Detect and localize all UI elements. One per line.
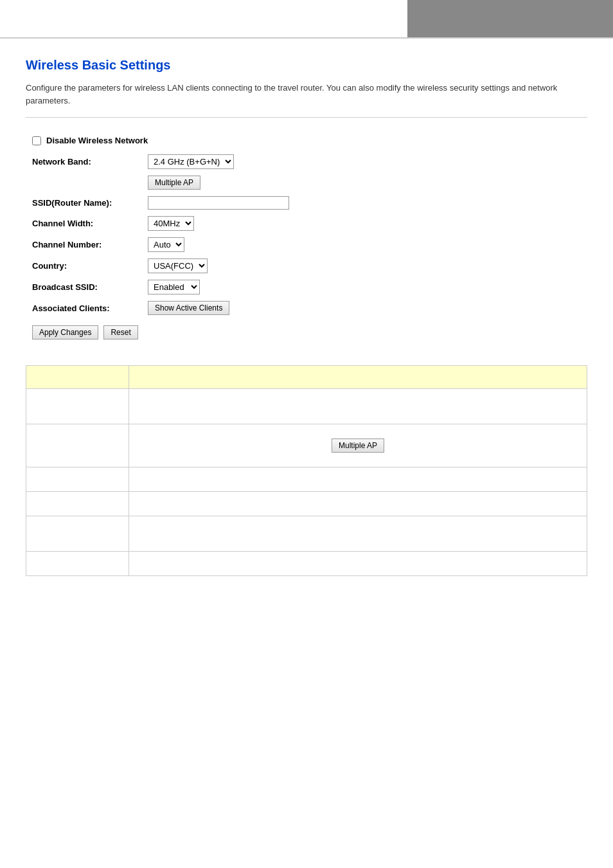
table-row (26, 492, 587, 516)
channel-width-select[interactable]: 40MHz 20MHz (148, 216, 194, 231)
section-divider (26, 117, 587, 118)
disable-wireless-row: Disable Wireless Network (32, 136, 581, 145)
multiple-ap-row: Multiple AP (32, 176, 581, 190)
associated-clients-row: Associated Clients: Show Active Clients (32, 301, 581, 315)
channel-number-row: Channel Number: Auto 123 456 789 1011 (32, 237, 581, 252)
channel-width-label: Channel Width: (32, 219, 148, 228)
channel-number-select[interactable]: Auto 123 456 789 1011 (148, 237, 184, 252)
table-row (26, 552, 587, 576)
country-label: Country: (32, 261, 148, 271)
table-label-cell (26, 492, 129, 516)
channel-number-label: Channel Number: (32, 240, 148, 249)
table-value-cell (129, 492, 587, 516)
disable-wireless-label[interactable]: Disable Wireless Network (46, 136, 148, 145)
table-row (26, 389, 587, 424)
broadcast-ssid-control: Enabled Disabled (148, 280, 200, 294)
network-band-control: 2.4 GHz (B+G+N) 2.4 GHz (B+G) 2.4 GHz (B… (148, 154, 234, 169)
page-title: Wireless Basic Settings (26, 58, 587, 73)
associated-clients-label: Associated Clients: (32, 303, 148, 313)
broadcast-ssid-row: Broadcast SSID: Enabled Disabled (32, 280, 581, 294)
apply-changes-button[interactable]: Apply Changes (32, 325, 98, 339)
country-select[interactable]: USA(FCC) ETSI Japan (148, 258, 208, 273)
table-row (26, 366, 587, 389)
table-value-cell (129, 552, 587, 576)
channel-width-row: Channel Width: 40MHz 20MHz (32, 216, 581, 231)
channel-number-control: Auto 123 456 789 1011 (148, 237, 184, 252)
associated-clients-control: Show Active Clients (148, 301, 229, 315)
country-control: USA(FCC) ETSI Japan (148, 258, 208, 273)
bottom-table: Multiple AP (26, 365, 587, 576)
table-label-cell (26, 516, 129, 552)
table-label-cell (26, 467, 129, 492)
table-multiple-ap-button[interactable]: Multiple AP (332, 439, 384, 453)
table-row (26, 467, 587, 492)
country-row: Country: USA(FCC) ETSI Japan (32, 258, 581, 273)
table-value-cell (129, 389, 587, 424)
table-row: Multiple AP (26, 424, 587, 467)
broadcast-ssid-select[interactable]: Enabled Disabled (148, 280, 200, 294)
table-row (26, 516, 587, 552)
table-label-cell (26, 366, 129, 389)
network-band-label: Network Band: (32, 157, 148, 167)
channel-width-control: 40MHz 20MHz (148, 216, 194, 231)
header-right (407, 0, 613, 37)
multiple-ap-container: Multiple AP (136, 429, 580, 462)
table-label-cell (26, 424, 129, 467)
action-button-row: Apply Changes Reset (32, 325, 581, 339)
multiple-ap-button[interactable]: Multiple AP (148, 176, 200, 190)
page-description: Configure the parameters for wireless LA… (26, 82, 587, 107)
table-value-cell (129, 366, 587, 389)
table-value-cell: Multiple AP (129, 424, 587, 467)
ssid-label: SSID(Router Name): (32, 198, 148, 208)
ssid-input[interactable]: 1T1R-Travel-Router (148, 196, 289, 210)
ssid-control: 1T1R-Travel-Router (148, 196, 289, 210)
network-band-row: Network Band: 2.4 GHz (B+G+N) 2.4 GHz (B… (32, 154, 581, 169)
ssid-row: SSID(Router Name): 1T1R-Travel-Router (32, 196, 581, 210)
network-band-select[interactable]: 2.4 GHz (B+G+N) 2.4 GHz (B+G) 2.4 GHz (B… (148, 154, 234, 169)
broadcast-ssid-label: Broadcast SSID: (32, 282, 148, 292)
disable-wireless-checkbox[interactable] (32, 136, 41, 145)
table-value-cell (129, 467, 587, 492)
form-section: Disable Wireless Network Network Band: 2… (26, 129, 587, 359)
header-left (0, 0, 407, 37)
table-value-cell (129, 516, 587, 552)
table-label-cell (26, 389, 129, 424)
header-bar (0, 0, 613, 39)
main-content: Wireless Basic Settings Configure the pa… (0, 39, 613, 589)
reset-button[interactable]: Reset (103, 325, 138, 339)
show-active-clients-button[interactable]: Show Active Clients (148, 301, 229, 315)
table-label-cell (26, 552, 129, 576)
